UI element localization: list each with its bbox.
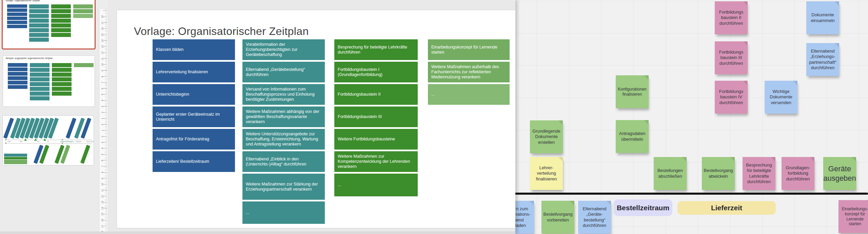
thumbnail-slide-title: Vorlage: Organisatorischer Zeitplan [5,0,40,2]
thumbnail-mini-shape [8,67,27,71]
slide-shape[interactable]: Weitere Maßnahmen außerhalb des Fachunte… [428,62,510,82]
slide-title[interactable]: Vorlage: Organisatorischer Zeitplan [134,25,309,38]
thumbnail-mini-shape [52,63,72,67]
slide-thumbnail-panel[interactable]: Vorlage: Organisatorischer Zeitplan Beis… [0,0,98,232]
sticky-note[interactable]: Lehrer-verteilung finalisieren [530,157,563,190]
slide-thumbnail-3[interactable]: AprilMaiJunJulOktoberNovemberUnterrichts… [2,115,94,165]
slide-shape[interactable]: Weitere Unterstützungsangebote zur Besch… [242,129,325,150]
timeline-line[interactable] [493,193,868,195]
ruler-number: 5 [101,152,104,157]
sticky-note[interactable]: Grundlegende Dokumente erstellen [530,120,563,153]
slide-shape[interactable]: Lehrerverteilung finalisieren [153,62,235,82]
slide-shape-label: Weitere Fortbildungsbausteine [338,137,395,142]
ruler-number: 6 [101,86,104,91]
sticky-note[interactable]: Besprechung für beteiligte Lehrkräfte du… [743,157,775,190]
slide-shape[interactable]: Geplanter erster Geräteeinsatz im Unterr… [153,106,235,127]
sticky-note-text: Fortbildungs baustein III durchführen [717,50,746,66]
thumbnail-mini-shape [52,92,72,96]
timeline-phase-label-text: Bestellzeitraum [617,204,669,212]
gantt-month-label: November [86,140,94,142]
gantt-month-label: April [7,140,11,142]
slide-shape[interactable]: Einarbeitungskonzept für Lernende starte… [428,39,510,60]
slide-shape[interactable]: Besprechung für beteiligte Lehrkräfte du… [334,39,418,60]
timeline-phase-label[interactable]: Bestellzeitraum [614,199,672,216]
thumbnail-mini-shape [8,63,27,67]
slide-shape[interactable]: Weitere Maßnahmen abhängig von der gewäh… [242,106,325,127]
thumbnail-mini-shape [52,73,72,77]
slide-shape[interactable]: ... [242,201,325,224]
thumbnail-mini-shape [52,87,72,91]
sticky-note[interactable]: Antragsdaten übermitteln [616,120,649,153]
slide-shape[interactable]: Fortbildungsbaustein III [334,106,418,127]
gantt-timeline-dot [5,142,6,144]
slide-shape[interactable]: Elternabend „Einblick in den (Unterricht… [242,151,325,172]
sticky-note[interactable]: Konfigurationen finalisieren [616,75,649,108]
thumbnail-mini-shape [51,28,71,32]
sticky-note[interactable]: Fortbildungs baustein IV durchführen [715,81,748,114]
ruler-number: 15 [101,32,104,37]
ruler-number: 16 [101,26,104,31]
sticky-note[interactable]: Fortbildungs baustein II durchführen [715,1,748,34]
sticky-note[interactable]: Grundlagen-fortbildung durchführen [782,157,814,190]
sticky-note[interactable]: Dokumente einsammeln [806,1,839,34]
ruler-number: 13 [101,44,104,49]
ruler-number: 17 [101,20,104,25]
gantt-legend-item [4,160,27,164]
ruler-number: 15 [101,212,104,217]
ruler-number: 8 [101,170,104,175]
gantt-milestone-triangle [34,138,37,141]
ruler-number: 14 [101,206,104,211]
slide-thumbnail-2[interactable]: Beispiel: angepasster organisatorischer … [3,55,95,107]
slide-shape[interactable]: Weitere Maßnahmen zur Kompetenzentwicklu… [334,151,418,172]
thumbnail-mini-shape [30,68,50,72]
sticky-note[interactable]: Geräte ausgeben [823,157,856,190]
slide-shape-label: Versand von Informationen zum Beschaffun… [246,87,322,102]
thumbnail-mini-shape [51,23,71,27]
slide-thumbnail-1-selected[interactable]: Vorlage: Organisatorischer Zeitplan [2,0,96,50]
slide-shape[interactable]: Lieferzeiten/ Bestellzeitraum [153,151,235,172]
thumbnail-mini-shape [52,82,72,86]
slide-shape-label: Unterrichtsbeginn [156,92,189,97]
gantt-timeline [5,140,92,140]
slide-shape[interactable]: Fortbildungsbaustein II [334,84,418,105]
ruler-number: 3 [101,140,104,145]
slide-canvas[interactable]: Vorlage: Organisatorischer Zeitplan Klas… [117,10,515,228]
slide-shape-label: Fortbildungsbaustein II [338,92,380,97]
slide-shape[interactable]: Weitere Fortbildungsbausteine [334,129,418,150]
sticky-note[interactable]: Fortbildungs baustein III durchführen [715,41,748,74]
sticky-note-text: Antragsdaten übermitteln [618,131,647,142]
gantt-month-label: Oktober [76,140,82,142]
slide-shape[interactable]: Elternabend „Gerätebestellung“ durchführ… [242,62,325,82]
sticky-note[interactable]: Bestellvorgang vorbereiten [541,201,574,234]
thumbnail-mini-shape [29,33,49,37]
sticky-note[interactable]: Elternabend „Geräte-bestellung“ durchfüh… [578,201,611,234]
thumbnail-mini-shape [8,85,27,89]
thumbnail-mini-shape [29,38,49,42]
thumbnail-mini-shape [7,8,27,12]
slide-shape-label: Antragsfrist für Förderantrag [156,137,209,142]
slide-shape[interactable]: Antragsfrist für Förderantrag [153,129,235,150]
slide-shape-label: Fortbildungsbaustein I (Grundlagenfortbi… [338,67,415,77]
gantt-month-label: Mai [20,140,22,142]
sticky-note[interactable]: Bestellungen abschließen [654,157,687,190]
ruler-number: 12 [101,50,104,55]
sticky-note-text: Bestellvorgang abwickeln [704,168,733,179]
slide-shape[interactable]: Klassen bilden [153,39,235,60]
slide-shape[interactable]: Versand von Informationen zum Beschaffun… [242,84,325,105]
thumbnail-mini-shape [51,33,71,37]
slide-shape[interactable]: Weitere Maßnahmen zur Stärkung der Erzie… [242,174,325,200]
sticky-note[interactable]: Wichtige Dokumente versenden [765,81,797,114]
slide-shape[interactable]: Vorabinformation der Erziehungsberechtig… [242,39,325,60]
sticky-note[interactable]: Bestellvorgang abwickeln [702,157,735,190]
timeline-phase-label[interactable]: Lieferzeit [677,201,776,215]
sticky-note[interactable]: Elternabend „Erziehungs-partnerschaft“ d… [806,43,839,76]
ruler-number: 8 [101,74,104,79]
slide-shape[interactable]: Unterrichtsbeginn [153,84,235,105]
slide-shape[interactable]: ... [334,174,418,196]
slide-shape[interactable]: ... [428,84,510,105]
sticky-note[interactable]: Einarbeitungs-konzept für Lernende start… [839,200,868,233]
gantt-month-label: Jul [47,140,49,142]
ruler-number: 16 [101,218,104,223]
slide-shape[interactable]: Fortbildungsbaustein I (Grundlagenfortbi… [334,62,418,82]
slide-shape-label: Weitere Maßnahmen außerhalb des Fachunte… [431,64,507,79]
